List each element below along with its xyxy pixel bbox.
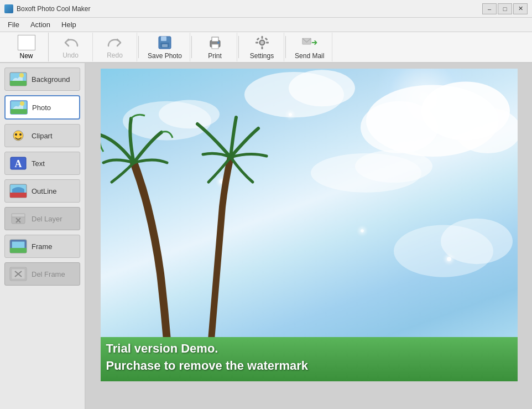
redo-label: Redo: [107, 51, 123, 59]
svg-point-22: [20, 101, 24, 106]
sidebar-item-clipart[interactable]: Clipart: [4, 124, 80, 147]
toolbar-separator-1: [138, 36, 139, 58]
menu-bar: File Action Help: [0, 18, 532, 32]
title-bar-left: Boxoft Photo Cool Maker: [4, 4, 90, 13]
minimize-button[interactable]: –: [482, 3, 497, 14]
svg-rect-15: [264, 37, 268, 40]
svg-rect-11: [261, 46, 263, 49]
sparkle-4: [361, 229, 364, 232]
svg-rect-6: [212, 44, 218, 49]
outline-label: OutLine: [32, 187, 57, 195]
watermark-line2: Purchase to remove the watermark: [106, 358, 309, 375]
title-bar: Boxoft Photo Cool Maker – □ ✕: [0, 0, 532, 18]
svg-rect-36: [10, 248, 27, 253]
redo-icon: [107, 35, 123, 50]
svg-point-48: [355, 150, 432, 183]
app-title: Boxoft Photo Cool Maker: [17, 5, 90, 13]
svg-point-25: [19, 133, 22, 136]
background-icon: [9, 71, 27, 87]
canvas-area: Trial version Demo. Purchase to remove t…: [86, 63, 532, 409]
sidebar-item-text[interactable]: A Text: [4, 152, 80, 175]
clipart-label: Clipart: [32, 132, 53, 140]
text-label: Text: [32, 159, 45, 168]
background-label: Background: [32, 75, 70, 84]
undo-button[interactable]: Undo: [49, 33, 93, 61]
photo-label: Photo: [32, 103, 51, 112]
close-button[interactable]: ✕: [513, 3, 528, 14]
print-icon: [207, 35, 223, 50]
toolbar-separator-2: [191, 36, 192, 58]
sendmail-label: Send Mail: [295, 52, 324, 60]
svg-point-19: [19, 73, 24, 77]
new-thumb-icon: [18, 35, 35, 50]
svg-text:A: A: [15, 158, 22, 169]
svg-rect-18: [10, 81, 27, 86]
svg-point-7: [217, 42, 220, 44]
photo-icon: [10, 100, 28, 115]
new-button[interactable]: New: [4, 33, 49, 61]
menu-file[interactable]: File: [2, 19, 25, 30]
menu-help[interactable]: Help: [56, 19, 82, 30]
svg-point-24: [15, 133, 17, 136]
svg-rect-3: [162, 44, 168, 47]
save-icon: [157, 35, 173, 50]
toolbar: New Undo Redo Save Photo: [0, 32, 532, 63]
svg-rect-14: [256, 37, 259, 40]
svg-rect-31: [12, 214, 25, 217]
sidebar-item-del-frame: Del Frame: [4, 262, 80, 286]
redo-button[interactable]: Redo: [93, 33, 137, 61]
clipart-icon: [9, 128, 27, 143]
svg-point-52: [441, 219, 513, 264]
frame-icon: [9, 239, 27, 254]
sidebar-item-outline[interactable]: OutLine: [4, 179, 80, 203]
main-content: Background Photo: [0, 63, 532, 409]
print-button[interactable]: Print: [193, 33, 237, 61]
svg-rect-12: [255, 42, 258, 43]
maximize-button[interactable]: □: [498, 3, 512, 14]
sidebar-item-photo[interactable]: Photo: [4, 95, 80, 120]
sidebar-item-del-layer: Del Layer: [4, 207, 80, 230]
del-layer-icon: [9, 211, 27, 226]
svg-rect-5: [212, 37, 218, 42]
frame-label: Frame: [32, 242, 53, 251]
app-icon: [4, 4, 13, 13]
palm-tree-svg: [101, 96, 322, 340]
del-frame-icon: [9, 266, 27, 282]
outline-icon: [9, 183, 27, 199]
sparkle-2: [447, 257, 451, 261]
save-label: Save Photo: [148, 52, 182, 60]
title-bar-controls: – □ ✕: [482, 3, 528, 14]
del-layer-label: Del Layer: [32, 215, 62, 223]
svg-point-9: [260, 41, 264, 44]
del-frame-label: Del Frame: [32, 270, 65, 278]
sidebar: Background Photo: [0, 63, 86, 409]
settings-icon: [254, 35, 270, 50]
toolbar-separator-4: [285, 36, 286, 58]
svg-point-43: [361, 101, 438, 153]
save-button[interactable]: Save Photo: [140, 33, 190, 61]
undo-label: Undo: [62, 51, 79, 59]
settings-button[interactable]: Settings: [240, 33, 284, 61]
svg-rect-13: [266, 42, 269, 43]
sendmail-icon: [302, 35, 317, 50]
sidebar-item-background[interactable]: Background: [4, 68, 80, 91]
svg-rect-21: [11, 109, 27, 114]
watermark-line1: Trial version Demo.: [106, 340, 309, 358]
sidebar-item-frame[interactable]: Frame: [4, 235, 80, 258]
canvas-image[interactable]: Trial version Demo. Purchase to remove t…: [101, 69, 518, 381]
svg-rect-1: [161, 37, 166, 41]
canvas-wrapper: Trial version Demo. Purchase to remove t…: [101, 69, 518, 381]
watermark: Trial version Demo. Purchase to remove t…: [106, 340, 309, 375]
new-label: New: [19, 52, 33, 60]
print-label: Print: [208, 52, 222, 60]
toolbar-separator-3: [238, 36, 239, 58]
svg-rect-29: [10, 193, 27, 198]
svg-rect-10: [261, 36, 263, 39]
settings-label: Settings: [250, 52, 274, 60]
sendmail-button[interactable]: Send Mail: [287, 33, 332, 61]
text-icon: A: [9, 156, 27, 171]
undo-icon: [63, 35, 79, 50]
menu-action[interactable]: Action: [25, 19, 56, 30]
